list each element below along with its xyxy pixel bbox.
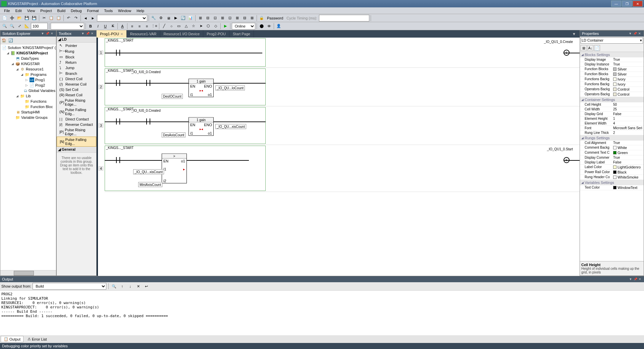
pin-icon[interactable]: 📌	[45, 32, 49, 36]
shape-star-icon[interactable]: ☆	[190, 23, 197, 30]
prop-row[interactable]: Cell Height50	[580, 102, 644, 107]
prop-row[interactable]: Function BlocksSilver	[580, 72, 644, 77]
font-selector[interactable]	[51, 23, 84, 30]
shape-hex-icon[interactable]: ⬡	[205, 23, 212, 30]
grid-btn-1[interactable]: ⊞	[197, 15, 204, 21]
menu-help[interactable]: Help	[134, 8, 147, 13]
prop-value[interactable]: True	[612, 141, 644, 145]
bullet-button[interactable]: ⋮≡	[151, 23, 158, 30]
prop-value[interactable]: Ivory	[612, 77, 644, 82]
ld-input-var[interactable]: DesIOCount	[162, 94, 183, 99]
dropdown-icon[interactable]: ▼	[628, 32, 632, 36]
tree-lib[interactable]: ◢📁Lib	[1, 93, 55, 99]
color-button[interactable]: A	[119, 23, 126, 30]
tree-datatypes[interactable]: ⬒DataTypes	[1, 56, 55, 61]
target-selector[interactable]	[97, 15, 147, 21]
toolbox-item[interactable]: ⊢⊣Rung	[57, 48, 96, 54]
prop-row[interactable]: Display ImageTrue	[580, 57, 644, 62]
shape-rect-icon[interactable]: ▭	[175, 23, 182, 30]
properties-page-icon[interactable]: 📄	[594, 45, 600, 51]
tree-kingstar[interactable]: ◢📦KINGSTAR	[1, 61, 55, 66]
clear-icon[interactable]: ✕	[135, 283, 142, 290]
prop-value[interactable]: True	[612, 57, 644, 62]
grid-btn-7[interactable]: ⊟	[241, 15, 248, 21]
prop-row[interactable]: Comment Text CGreen	[580, 150, 644, 155]
tree-solution[interactable]: 📄Solution 'KINGSTARProject' (1 p	[1, 45, 55, 50]
dropdown-icon[interactable]: ▼	[629, 277, 633, 281]
pin-icon[interactable]: 📌	[633, 277, 637, 281]
save-button[interactable]: 💾	[23, 15, 30, 21]
prop-row[interactable]: Text ColorWindowText	[580, 185, 644, 190]
watch-icon[interactable]: 👁	[266, 23, 272, 30]
prop-row[interactable]: Cell Width25	[580, 107, 644, 112]
cycle-timing-input[interactable]	[319, 15, 369, 21]
tree-funcblocks[interactable]: 📁Function Bloc	[1, 104, 55, 109]
prop-value[interactable]: 50	[612, 102, 644, 107]
prop-row[interactable]: Element Height1	[580, 116, 644, 121]
toolbox-item[interactable]: | |Direct Contact	[57, 116, 96, 122]
shape-line-icon[interactable]: ╱	[161, 23, 167, 30]
toolbox-item[interactable]: (R)Reset Coil	[57, 92, 96, 98]
prop-row[interactable]: Display CommerTrue	[580, 155, 644, 160]
mode-selector[interactable]: Online	[232, 23, 255, 30]
tree-prog2[interactable]: ▷📄Prog2	[1, 83, 55, 88]
add-button[interactable]: ➕	[9, 15, 15, 21]
tab-dropdown-icon[interactable]: ▼	[569, 30, 580, 38]
tree-globalvars[interactable]: 🗂Global Variables	[1, 88, 55, 93]
prop-value[interactable]: Black	[612, 170, 644, 174]
menu-file[interactable]: File	[1, 8, 13, 13]
grid-btn-8[interactable]: ⊞	[249, 15, 255, 21]
toolbox-item[interactable]: ⊢Branch	[57, 70, 96, 76]
prop-value[interactable]: Ivory	[612, 82, 644, 87]
breakpoint-icon[interactable]: ⬤	[258, 23, 265, 30]
prop-row[interactable]: Functions BackgIvory	[580, 77, 644, 82]
ld-contact[interactable]	[115, 157, 121, 163]
align-left-button[interactable]: ≡	[129, 23, 136, 30]
shape-diamond-icon[interactable]: ◇	[212, 23, 219, 30]
grid-btn-3[interactable]: ⊡	[212, 15, 218, 21]
rung-1[interactable]: _KINGS..._START _IO_QU1_0.Create 1 S	[105, 38, 580, 68]
fit-icon[interactable]: ⤢	[16, 23, 23, 30]
toolbox-item[interactable]: ⤴Return	[57, 60, 96, 65]
prop-row[interactable]: FontMicrosoft Sans Seri	[580, 126, 644, 131]
zoom-in-icon[interactable]: 🔍	[1, 23, 8, 30]
properties-object-selector[interactable]: LD Container ▾	[581, 37, 643, 44]
output-source-selector[interactable]: Build	[33, 283, 106, 290]
prop-row[interactable]: Coil AlignmentTrue	[580, 141, 644, 145]
ld-function-block[interactable]: 1 gain ENENO ▸◂ i1o1	[189, 117, 214, 136]
home-icon[interactable]: 🏠	[1, 37, 7, 43]
prop-value[interactable]: Silver	[612, 67, 644, 71]
strikethrough-button[interactable]: K̶	[109, 23, 116, 30]
toolbox-item[interactable]: (S)Set Coil	[57, 87, 96, 92]
prop-value[interactable]: True	[612, 155, 644, 160]
refresh-icon[interactable]: 🔄	[8, 37, 14, 43]
zoom-value[interactable]	[31, 23, 48, 30]
ld-contact[interactable]	[115, 49, 121, 56]
categorize-icon[interactable]: ⊞	[581, 45, 587, 51]
paste-button[interactable]: 📋	[55, 15, 62, 21]
output-tab[interactable]: 📋 Output	[1, 336, 23, 342]
open-button[interactable]: 📂	[16, 15, 23, 21]
lock-icon[interactable]: 🔒	[258, 15, 265, 21]
solution-tree[interactable]: 📄Solution 'KINGSTARProject' (1 p ◢📗KINGS…	[0, 44, 56, 270]
grid-btn-4[interactable]: ⊞	[219, 15, 226, 21]
prop-row[interactable]: Rung Line Thick2	[580, 131, 644, 135]
dropdown-icon[interactable]: ▼	[41, 32, 45, 36]
shape-circle-icon[interactable]: ○	[168, 23, 175, 30]
shape-arrow-icon[interactable]: ➤	[198, 23, 204, 30]
toolbox-item[interactable]: |/|Reverse Contact	[57, 122, 96, 127]
prop-value[interactable]: White	[612, 145, 644, 150]
menu-view[interactable]: View	[24, 8, 38, 13]
prop-value[interactable]: Silver	[612, 72, 644, 77]
tool-btn-d[interactable]: ▶	[172, 15, 179, 21]
menu-tools[interactable]: Tools	[101, 8, 115, 13]
next-msg-icon[interactable]: ↓	[127, 283, 133, 290]
prop-row[interactable]: Display LabelFalse	[580, 160, 644, 165]
prop-row[interactable]: Rung Header CoWhiteSmoke	[580, 175, 644, 180]
ld-output-var[interactable]: _IO_QU...xisCount	[215, 124, 246, 129]
prop-value[interactable]: LightGoldenro	[612, 165, 644, 169]
errorlist-tab[interactable]: ⚠ Error List	[25, 336, 50, 342]
prop-value[interactable]: Microsoft Sans Seri	[612, 126, 644, 130]
prop-row[interactable]: Element Width4	[580, 121, 644, 126]
ld-canvas[interactable]: _KINGS..._START _IO_QU1_0.Create 1 S _KI…	[97, 38, 580, 276]
